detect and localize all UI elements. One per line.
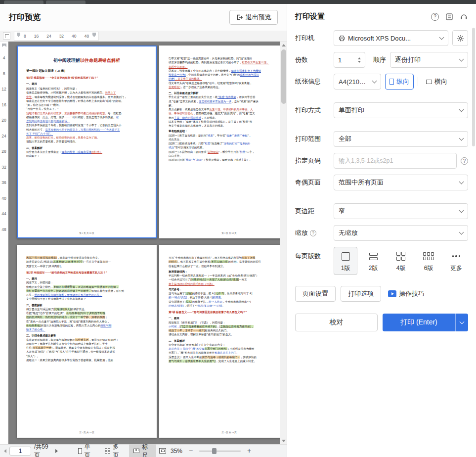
- chevron-down-icon: [459, 229, 464, 234]
- scroll-up-button[interactable]: [280, 42, 287, 48]
- doc-text-line: 首尾呼应]，进一步强化了这条线索的地位。: [169, 85, 280, 89]
- pages-spec-label: 指定页码: [295, 156, 334, 165]
- scale-value: 无缩放: [339, 228, 457, 237]
- chevron-down-icon: [459, 208, 464, 213]
- page-footer: 第 2 页 共 59 页: [160, 232, 280, 234]
- order-select[interactable]: 逐份打印: [390, 52, 468, 68]
- window-tab[interactable]: [46, 0, 86, 4]
- zoom-slider[interactable]: [199, 451, 241, 452]
- copies-stepper[interactable]: 1: [334, 52, 365, 68]
- proofread-button[interactable]: 校对: [295, 314, 378, 331]
- help-icon[interactable]: ?: [431, 13, 439, 21]
- doc-text-line: 是我却始终没有说出那句感谢的话。: [26, 119, 147, 123]
- paper-size-select[interactable]: A4(210m...: [334, 74, 381, 90]
- chevron-down-icon: [439, 35, 444, 40]
- doc-text-line: 火红里晕着一点点金色，把远处的山峦镀上一层暖意。炊烟在暮色里升腾，看不到: [26, 289, 147, 293]
- fit-page-icon[interactable]: [159, 448, 166, 454]
- margin-marker-icon[interactable]: [2, 44, 6, 47]
- pages-spec-input[interactable]: [334, 153, 457, 169]
- prev-page-button[interactable]: [4, 449, 6, 453]
- layout-option-more[interactable]: 更多: [444, 247, 468, 275]
- printer-label: 打印机: [295, 34, 334, 43]
- horizontal-ruler[interactable]: 81624324048: [14, 32, 99, 41]
- scale-info-icon[interactable]: ?: [310, 230, 316, 236]
- doc-text-line: 阅读散文《母亲的灯光时光》，回答问题：: [26, 87, 147, 91]
- ruler-icon: [133, 449, 139, 453]
- exit-preview-button[interactable]: 退出预览: [229, 10, 278, 25]
- doc-text-line: 傍晚的天空染上绯色，夕阳正在缓缓坠落，天边的晚霞如一块舒展开的红绸，: [26, 285, 147, 289]
- printer-properties-button[interactable]: [452, 30, 468, 46]
- document-page[interactable]: 考试中常只要求找出线索]，除非题干特别要求探究象征含义。标准答题公式] 线索是[…: [17, 245, 157, 438]
- doc-text-line: “拟人”）。: [26, 354, 147, 358]
- doc-text-line: 表层含义]：指文中“我”和父母在家中推门的动作]；小时候是父亲为我推: [169, 347, 280, 351]
- tips-link[interactable]: 操作技巧: [388, 289, 425, 298]
- doc-text-line: 常考陷阱总结：: [169, 129, 280, 133]
- multi-page-icon: [105, 448, 110, 454]
- document-page[interactable]: ①本文将“鞋垫”这一物品贯穿始终：从母亲深夜纳鞋垫、到“我”发现针线笸箩里整齐码…: [159, 46, 280, 238]
- window-tab[interactable]: [4, 0, 43, 4]
- gear-icon: [457, 35, 464, 42]
- printer-select[interactable]: Microsoft XPS Docu...: [334, 30, 448, 46]
- odd-even-select[interactable]: 范围中所有页面: [334, 175, 468, 190]
- preview-scrollbar[interactable]: [280, 42, 287, 444]
- customer-service-icon[interactable]: [460, 13, 468, 20]
- print-button[interactable]: 打印 (Enter): [383, 314, 468, 331]
- preview-canvas[interactable]: 初中阅读理解以往命题易错点解析第一模块 记叙文阅读（ 25 套）第1讲 线索梳理…: [8, 42, 280, 444]
- doc-text-line: 线活”等可以相互印证的线索。: [169, 145, 280, 149]
- doc-text-line: ②“暮色一点点漫开”运用拟人手法，将“炊烟”缓缓升腾的动作人格化，: [26, 320, 147, 323]
- doc-text-line: 一、题目: [169, 316, 280, 320]
- pages-spec-help-icon[interactable]: ?: [461, 157, 468, 165]
- current-page-input[interactable]: [9, 447, 31, 456]
- doc-text-line: 直到许多年后的这个冬夜，我翻检旧物箱时发现一个小本子，记录的全是我从小: [26, 123, 147, 127]
- zoom-level[interactable]: 35%: [171, 448, 182, 455]
- copies-label: 份数: [295, 55, 334, 64]
- scale-select[interactable]: 无缩放: [334, 225, 468, 241]
- page-setup-button[interactable]: 页面设置: [295, 286, 336, 302]
- multi-page-label: 多页: [113, 443, 123, 457]
- ruler-corner-icon[interactable]: [3, 32, 10, 40]
- doc-text-line: 阅读下文，回答问题：: [26, 280, 147, 284]
- scroll-down-button[interactable]: [280, 437, 287, 444]
- next-page-button[interactable]: [55, 449, 58, 453]
- chevron-down-icon: [372, 78, 377, 83]
- document-page[interactable]: 初中阅读理解以往命题易错点解析第一模块 记叙文阅读（ 25 套）第1讲 线索梳理…: [17, 46, 157, 238]
- horizontal-ruler-numbers: 81624324048: [14, 32, 98, 40]
- stepper-up-icon[interactable]: [358, 57, 361, 59]
- doc-text-line: 请结合全文内容，理解文章标题“推开那扇门”的含义。: [169, 332, 280, 336]
- printer-icon: [339, 35, 345, 42]
- portrait-button[interactable]: 纵向: [385, 74, 414, 90]
- layout-option-6up[interactable]: 6版: [417, 247, 440, 275]
- layout-option-2up[interactable]: 2版: [361, 247, 385, 275]
- layout-option-4up[interactable]: 4版: [389, 247, 413, 275]
- total-pages-label: /共59页: [34, 443, 52, 457]
- window-tab-strip: [0, 0, 476, 4]
- print-dropdown-button[interactable]: [455, 314, 468, 331]
- doc-text-line: 第3讲 标题含义——“那句诗情画意你真的读懂了有几层含义吗？”: [169, 310, 280, 314]
- settings-scrollbar-thumb[interactable]: [472, 28, 475, 146]
- print-options-button[interactable]: 打印选项: [341, 286, 381, 302]
- print-range-select[interactable]: 全部: [334, 131, 468, 147]
- page-footer: 第 1 页 共 59 页: [18, 232, 156, 234]
- doc-text-line: ②其次，鞋垫承载了全文的具体内容：从年幼懵懂，母亲在深夜灯光下为我纳: [169, 69, 280, 73]
- chevron-down-icon: [459, 107, 464, 112]
- doc-text-line: 得分要点标题“推开那扇门”在文中有两层含义：: [169, 343, 280, 347]
- doc-text-line: 得分要点这句话运用了[比喻]和[拟人]的修辞手法。: [26, 307, 147, 311]
- doc-text-line: 手法判断—结合内容具体阐述—（一手法效果词（如“生动形象/突出强调”）: [169, 274, 280, 277]
- print-method-select[interactable]: 单面打印: [334, 102, 468, 118]
- vertical-ruler[interactable]: 4812162024283236404448: [0, 42, 8, 444]
- doc-text-line: 小时候，[门是父母亲疼爱的双手推开的]；[是我自己曾经努力推开的]，: [169, 324, 280, 328]
- doc-text-line: 第2讲 环境描写——“那句诗意的文字到底在考场里藏着玄机几次？”: [26, 271, 147, 274]
- scrollbar-thumb[interactable]: [281, 49, 286, 104]
- zoom-in-button[interactable]: +: [245, 447, 253, 455]
- document-page[interactable]: 只写“生动形象地写出了晚霞的特点”，而不结合具体内容说明写出了怎样的特点]，也不…: [159, 245, 280, 438]
- feedback-note-icon[interactable]: [445, 13, 453, 21]
- landscape-button[interactable]: 横向: [422, 74, 451, 90]
- margins-select[interactable]: 窄: [334, 203, 468, 219]
- zoom-slider-handle[interactable]: [212, 448, 216, 454]
- stepper-down-icon[interactable]: [358, 61, 361, 63]
- single-page-label: 单页: [85, 443, 94, 457]
- doc-text-line: 勇气与成长，追求新世界和人生的勇气]，完成了人生道路上的重大转变。: [169, 359, 280, 363]
- order-value: 逐份打印: [395, 55, 457, 64]
- zoom-out-button[interactable]: −: [187, 447, 195, 455]
- layout-option-1up[interactable]: 1版: [334, 247, 357, 275]
